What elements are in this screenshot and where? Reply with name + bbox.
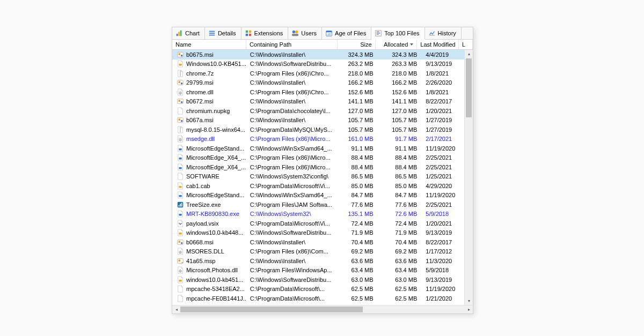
file-modified: 11/19/2020	[422, 192, 464, 198]
file-allocated: 127.0 MB	[379, 108, 423, 114]
tab-details[interactable]: Details	[205, 27, 241, 39]
tab-history[interactable]: History	[425, 27, 462, 39]
file-row[interactable]: chrome.7zC:\Program Files (x86)\Chro...2…	[172, 69, 464, 78]
col-last[interactable]: L	[459, 40, 473, 49]
file-row[interactable]: TreeSize.exeC:\Program Files\JAM Softwa.…	[172, 200, 464, 210]
col-name[interactable]: Name	[172, 40, 246, 49]
exe-icon	[177, 163, 184, 171]
file-path: C:\ProgramData\MySQL\MyS...	[247, 126, 339, 133]
col-size[interactable]: Size	[338, 40, 375, 49]
file-allocated: 105.7 MB	[379, 117, 423, 123]
file-modified: 8/22/2017	[422, 239, 464, 245]
file-modified: 2/25/2021	[422, 164, 464, 170]
svg-rect-25	[180, 71, 181, 77]
top100-icon	[375, 29, 382, 37]
file-row[interactable]: MSORES.DLLC:\Program Files (x86)\Com...6…	[172, 247, 464, 257]
file-name: MicrosoftEdge_X64_...	[186, 164, 246, 170]
col-path[interactable]: Containing Path	[246, 40, 338, 49]
file-modified: 11/19/2020	[422, 145, 464, 152]
file-row[interactable]: windows10.0-kb451...C:\Windows\SoftwareD…	[172, 275, 464, 285]
cab-icon	[177, 60, 184, 68]
hscroll-thumb[interactable]	[180, 307, 363, 312]
file-size: 62.5 MB	[339, 286, 378, 292]
file-modified: 1/17/2012	[422, 248, 464, 255]
file-path: C:\Windows\Installer\	[247, 98, 339, 104]
file-row[interactable]: mpcache-53418EA2...C:\ProgramData\Micros…	[172, 285, 464, 294]
file-row[interactable]: chromium.nupkgC:\ProgramData\chocolatey\…	[172, 106, 464, 116]
msp-icon	[177, 257, 184, 265]
tab-chart[interactable]: Chart	[172, 27, 205, 39]
file-name: 29799.msi	[186, 79, 214, 86]
scroll-left-icon[interactable]: ◂	[172, 305, 180, 313]
file-size: 324.3 MB	[339, 51, 378, 58]
file-row[interactable]: mpcache-FE0B1441J...C:\ProgramData\Micro…	[172, 294, 464, 303]
cab-icon	[177, 182, 184, 190]
file-row[interactable]: MicrosoftEdgeStand...C:\Windows\WinSxS\a…	[172, 191, 464, 200]
dll-icon	[177, 135, 184, 143]
file-row[interactable]: payload.vsixC:\ProgramData\Microsoft\Vi.…	[172, 219, 464, 228]
file-row[interactable]: Windows10.0-KB451...C:\Windows\SoftwareD…	[172, 59, 464, 69]
exe-icon	[177, 145, 184, 152]
file-row[interactable]: 41a65.mspC:\Windows\Installer\63.6 MB63.…	[172, 256, 464, 266]
file-row[interactable]: cab1.cabC:\ProgramData\Microsoft\Vi...85…	[172, 181, 464, 191]
tab-extensions[interactable]: Extensions	[241, 27, 289, 39]
file-allocated: 88.4 MB	[379, 154, 423, 161]
svg-rect-20	[429, 35, 435, 36]
file-name: MRT-KB890830.exe	[186, 211, 239, 217]
file-size: 218.0 MB	[339, 70, 378, 77]
details-icon	[208, 29, 216, 37]
file-row[interactable]: chrome.dllC:\Program Files (x86)\Chro...…	[172, 87, 464, 97]
file-row[interactable]: b0672.msiC:\Windows\Installer\141.1 MB14…	[172, 97, 464, 107]
svg-rect-44	[179, 195, 181, 197]
file-path: C:\Windows\Installer\	[247, 117, 339, 123]
horizontal-scrollbar[interactable]: ◂ ▸	[172, 305, 473, 313]
file-allocated: 63.6 MB	[379, 258, 423, 264]
file-row[interactable]: b0675.msiC:\Windows\Installer\324.3 MB32…	[172, 50, 464, 59]
file-allocated: 63.0 MB	[379, 277, 423, 283]
file-list[interactable]: b0675.msiC:\Windows\Installer\324.3 MB32…	[172, 50, 464, 303]
archive-icon	[177, 126, 184, 133]
file-allocated: 62.5 MB	[379, 286, 423, 292]
scroll-down-icon[interactable]: ▾	[465, 297, 473, 305]
tab-label: Top 100 Files	[384, 30, 419, 36]
file-row[interactable]: SOFTWAREC:\Windows\System32\config\86.5 …	[172, 172, 464, 182]
tab-age-of-files[interactable]: 18Age of Files	[322, 27, 371, 39]
svg-rect-43	[179, 186, 181, 188]
vertical-scrollbar[interactable]: ▴ ▾	[464, 50, 473, 305]
svg-point-11	[295, 31, 298, 33]
file-row[interactable]: MicrosoftEdge_X64_...C:\Program Files (x…	[172, 162, 464, 172]
column-headers: Name Containing Path Size Allocated Last…	[172, 40, 473, 50]
file-row[interactable]: b0668.msiC:\Windows\Installer\70.4 MB70.…	[172, 237, 464, 247]
file-modified: 1/8/2021	[422, 70, 464, 77]
file-row[interactable]: windows10.0-kb448...C:\Windows\SoftwareD…	[172, 228, 464, 238]
svg-rect-42	[179, 167, 181, 169]
file-name: chrome.7z	[186, 70, 214, 77]
scroll-thumb[interactable]	[466, 58, 472, 117]
tab-users[interactable]: Users	[288, 27, 322, 39]
file-row[interactable]: 29799.msiC:\Windows\Installer\166.2 MB16…	[172, 78, 464, 88]
col-allocated[interactable]: Allocated	[376, 40, 418, 49]
file-path: C:\Program Files\JAM Softwa...	[247, 201, 339, 208]
file-row[interactable]: MicrosoftEdgeStand...C:\Windows\WinSxS\a…	[172, 144, 464, 153]
file-allocated: 152.6 MB	[379, 89, 423, 95]
file-row[interactable]: b067a.msiC:\Windows\Installer\105.7 MB10…	[172, 116, 464, 125]
file-row[interactable]: Microsoft.Photos.dllC:\Program Files\Win…	[172, 266, 464, 275]
exe-icon	[177, 210, 184, 218]
scroll-up-icon[interactable]: ▴	[465, 50, 473, 58]
file-allocated: 71.9 MB	[379, 229, 423, 236]
dll-icon	[177, 266, 184, 274]
file-path: C:\ProgramData\Microsoft\Vi...	[247, 220, 339, 227]
col-modified[interactable]: Last Modified	[417, 40, 459, 49]
file-name: b0668.msi	[186, 239, 214, 245]
svg-rect-32	[179, 100, 181, 102]
file-row[interactable]: msedge.dllC:\Program Files (x86)\Micro..…	[172, 135, 464, 144]
file-row[interactable]: MRT-KB890830.exeC:\Windows\System32\135.…	[172, 210, 464, 219]
file-name: MicrosoftEdgeStand...	[186, 192, 244, 198]
file-allocated: 91.7 MB	[379, 136, 423, 142]
tab-top-100-files[interactable]: Top 100 Files	[371, 27, 425, 40]
svg-rect-3	[209, 31, 215, 32]
scroll-right-icon[interactable]: ▸	[465, 305, 473, 313]
file-allocated: 263.3 MB	[379, 61, 423, 67]
file-row[interactable]: mysql-8.0.15-winx64...C:\ProgramData\MyS…	[172, 125, 464, 135]
file-row[interactable]: MicrosoftEdge_X64_...C:\Program Files (x…	[172, 153, 464, 163]
